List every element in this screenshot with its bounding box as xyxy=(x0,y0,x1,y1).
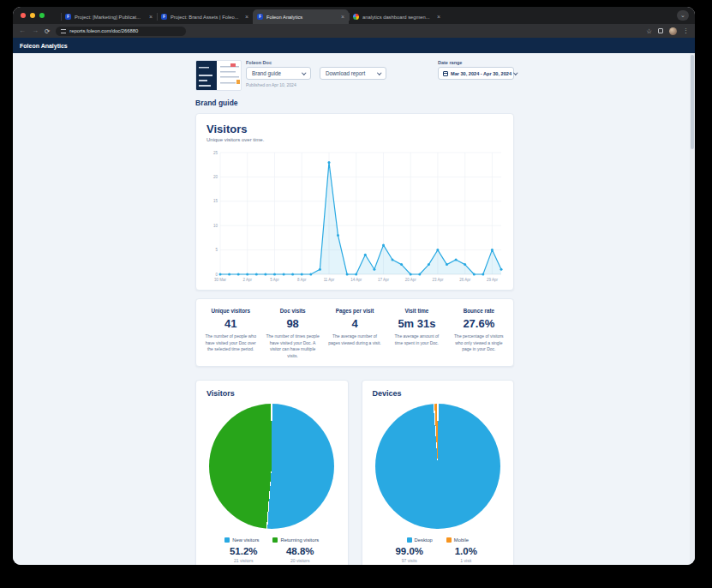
legend-swatch xyxy=(446,537,452,543)
app-header: Foleon Analytics xyxy=(13,38,695,53)
scrollbar-thumb[interactable] xyxy=(691,55,694,149)
svg-text:29 Apr: 29 Apr xyxy=(487,278,499,282)
bookmark-star-icon[interactable]: ☆ xyxy=(646,27,652,35)
forward-button[interactable]: → xyxy=(32,27,39,34)
doc-select-value: Brand guide xyxy=(252,70,302,76)
browser-tab-brand-assets[interactable]: F Project: Brand Assets | Foleo... × xyxy=(157,9,253,24)
stat-label: Bounce rate xyxy=(452,308,506,314)
legend-swatch xyxy=(272,537,278,543)
legend-item-desktop: Desktop xyxy=(407,537,433,543)
stat-value: 41 xyxy=(204,317,257,330)
pie-count: 21 visitors xyxy=(224,558,262,563)
page-scrollbar[interactable] xyxy=(690,53,695,565)
svg-text:26 Apr: 26 Apr xyxy=(459,278,471,282)
devices-pie-card: Devices Desktop Mobile xyxy=(362,380,515,565)
page-title: Brand guide xyxy=(195,99,514,107)
pie-count: 97 visits xyxy=(391,558,428,563)
stat-label: Pages per visit xyxy=(328,308,381,314)
pie-card-title: Devices xyxy=(373,389,504,398)
pie-value-column: 51.2% 21 visitors xyxy=(224,546,262,563)
svg-text:17 Apr: 17 Apr xyxy=(378,278,390,282)
date-range-value: Mar 30, 2024 - Apr 30, 2024 xyxy=(451,71,512,76)
legend-label: Mobile xyxy=(454,537,469,543)
svg-text:20 Apr: 20 Apr xyxy=(405,278,417,282)
stat-value: 4 xyxy=(328,317,381,330)
pie-percentage: 99.0% xyxy=(391,546,428,556)
stat-description: The percentage of visitors who only view… xyxy=(452,333,506,353)
pie-charts-row: Visitors New visitors Returning visitors xyxy=(195,380,514,565)
legend-label: Desktop xyxy=(415,537,433,543)
tab-title: Foleon Analytics xyxy=(266,15,338,20)
svg-text:25: 25 xyxy=(213,151,218,155)
chevron-down-icon xyxy=(513,70,518,75)
devices-pie-chart xyxy=(375,404,500,529)
tab-bar: F Project: [Marketing] Publicat... × F P… xyxy=(13,7,695,24)
chart-title: Visitors xyxy=(206,123,503,135)
tab-title: Project: [Marketing] Publicat... xyxy=(75,15,146,20)
stat-pages-per-visit: Pages per visit 4 The average number of … xyxy=(324,308,386,359)
pie-value-column: 99.0% 97 visits xyxy=(391,546,428,563)
tab-search-button[interactable]: ⌄ xyxy=(677,10,689,21)
pie-values: 99.0% 97 visits 1.0% 1 visit xyxy=(373,546,504,563)
legend-label: New visitors xyxy=(232,537,259,543)
pie-percentage: 51.2% xyxy=(224,546,262,556)
foleon-favicon: F xyxy=(161,14,167,20)
doc-select[interactable]: Brand guide xyxy=(246,67,311,80)
back-button[interactable]: ← xyxy=(19,27,26,34)
tab-close-icon[interactable]: × xyxy=(149,14,153,20)
stats-card: Unique visitors 41 The number of people … xyxy=(195,298,514,367)
svg-text:8 Apr: 8 Apr xyxy=(297,278,307,282)
legend-label: Returning visitors xyxy=(280,537,319,543)
svg-text:15: 15 xyxy=(213,199,218,203)
svg-text:2 Apr: 2 Apr xyxy=(242,278,252,282)
svg-text:10: 10 xyxy=(213,224,218,228)
extensions-icon[interactable] xyxy=(658,28,663,33)
tab-close-icon[interactable]: × xyxy=(341,14,344,20)
stat-label: Visit time xyxy=(390,308,443,314)
doc-select-label: Foleon Doc xyxy=(246,60,386,65)
app-title: Foleon Analytics xyxy=(20,43,68,49)
reload-button[interactable]: ⟳ xyxy=(45,27,50,35)
calendar-icon xyxy=(443,71,448,76)
profile-avatar[interactable] xyxy=(669,27,677,35)
window-close-button[interactable] xyxy=(21,13,26,18)
window-minimize-button[interactable] xyxy=(30,13,35,18)
svg-text:20: 20 xyxy=(213,175,218,179)
desktop-background: F Project: [Marketing] Publicat... × F P… xyxy=(0,0,712,588)
download-report-select[interactable]: Download report xyxy=(320,67,386,80)
pie-count: 1 visit xyxy=(447,558,485,563)
tab-close-icon[interactable]: × xyxy=(437,14,440,20)
foleon-favicon: F xyxy=(65,14,71,20)
address-bar[interactable]: reports.foleon.com/doc/266880 xyxy=(56,27,186,36)
tab-close-icon[interactable]: × xyxy=(245,14,248,20)
stat-description: The average amount of time spent in your… xyxy=(390,333,443,346)
browser-menu-icon[interactable]: ⋮ xyxy=(683,27,689,34)
svg-text:0: 0 xyxy=(215,273,218,277)
stat-doc-visits: Doc visits 98 The number of times people… xyxy=(261,308,323,359)
date-range-field: Date range Mar 30, 2024 - Apr 30, 2024 xyxy=(438,60,514,80)
pie-values: 51.2% 21 visitors 48.8% 20 visitors xyxy=(206,546,338,563)
pie-percentage: 48.8% xyxy=(281,546,319,556)
stat-description: The average number of pages viewed durin… xyxy=(328,333,381,346)
browser-tab-analytics-dashboard[interactable]: analytics dashboard segmen... × xyxy=(349,9,445,24)
stat-description: The number of times people have visited … xyxy=(266,333,319,359)
date-range-label: Date range xyxy=(438,60,514,65)
browser-tab-foleon-analytics[interactable]: F Foleon Analytics × xyxy=(253,9,349,24)
tab-title: analytics dashboard segmen... xyxy=(362,15,434,20)
google-favicon xyxy=(353,14,359,20)
window-zoom-button[interactable] xyxy=(39,13,45,18)
visitors-chart-card: Visitors Unique visitors over time. 0510… xyxy=(195,113,514,291)
stat-description: The number of people who have visited yo… xyxy=(204,333,257,353)
site-info-icon[interactable] xyxy=(61,29,66,33)
doc-fields: Foleon Doc Brand guide Download report xyxy=(246,60,386,87)
stat-value: 27.6% xyxy=(452,317,506,330)
pie-value-column: 48.8% 20 visitors xyxy=(281,546,319,563)
svg-text:5 Apr: 5 Apr xyxy=(270,278,279,282)
browser-tab-project-marketing[interactable]: F Project: [Marketing] Publicat... × xyxy=(61,9,157,24)
foleon-favicon: F xyxy=(257,14,263,20)
browser-toolbar: ← → ⟳ reports.foleon.com/doc/266880 ☆ ⋮ xyxy=(13,24,695,38)
stat-value: 5m 31s xyxy=(390,317,443,330)
chevron-down-icon xyxy=(302,70,306,75)
date-range-picker[interactable]: Mar 30, 2024 - Apr 30, 2024 xyxy=(438,67,514,80)
legend-item-mobile: Mobile xyxy=(446,537,469,543)
